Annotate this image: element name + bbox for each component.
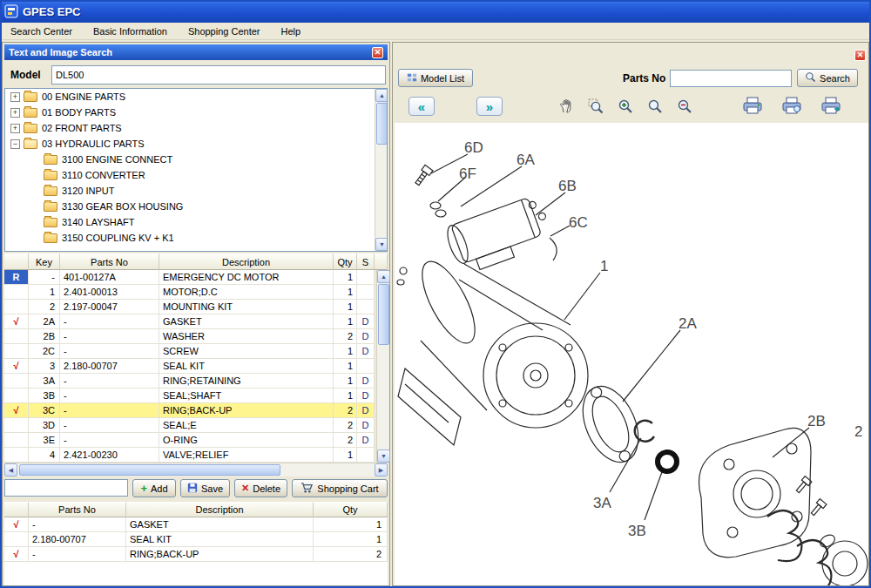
row-check[interactable] bbox=[4, 329, 29, 344]
row-check[interactable]: √ bbox=[4, 517, 29, 532]
table-row[interactable]: 3A - RING;RETAINING 1 D bbox=[4, 374, 375, 389]
parts-entry-input[interactable] bbox=[4, 479, 128, 497]
cell-description: WASHER bbox=[159, 329, 334, 344]
cell-s: D bbox=[357, 403, 375, 418]
tree-item-front-parts[interactable]: + 02 FRONT PARTS bbox=[5, 120, 387, 136]
diagram-canvas[interactable]: 6D 6F 6A 6B 6C 1 2A 2B 2 3A 3B bbox=[395, 123, 868, 585]
scroll-down-icon[interactable]: ▼ bbox=[375, 238, 388, 251]
pan-hand-icon[interactable] bbox=[556, 96, 577, 117]
cell-s: D bbox=[357, 389, 375, 403]
menu-item-basic-information[interactable]: Basic Information bbox=[83, 24, 178, 38]
row-check[interactable] bbox=[4, 389, 29, 403]
cart-col-parts-no[interactable]: Parts No bbox=[29, 502, 126, 517]
table-row[interactable]: 4 2.421-00230 VALVE;RELIEF 1 bbox=[4, 448, 375, 463]
cell-qty: 1 bbox=[334, 374, 357, 389]
parts-table-header: Key Parts No Description Qty S bbox=[4, 253, 388, 270]
row-check[interactable] bbox=[4, 300, 29, 314]
row-status[interactable]: R bbox=[4, 270, 29, 285]
close-icon[interactable]: ✕ bbox=[372, 47, 383, 58]
parts-no-input[interactable] bbox=[670, 70, 792, 87]
row-check[interactable] bbox=[4, 448, 29, 463]
scrollbar-thumb[interactable] bbox=[378, 284, 389, 345]
tree-item-body-parts[interactable]: + 01 BODY PARTS bbox=[5, 105, 387, 120]
prev-page-button[interactable]: « bbox=[408, 97, 435, 116]
model-list-button[interactable]: Model List bbox=[398, 69, 473, 87]
row-check[interactable]: √ bbox=[4, 314, 29, 329]
menu-item-search-center[interactable]: Search Center bbox=[0, 24, 83, 38]
tree-item-3120[interactable]: 3120 INPUT bbox=[5, 183, 387, 199]
col-key[interactable]: Key bbox=[29, 253, 60, 270]
scroll-left-icon[interactable]: ◀ bbox=[4, 463, 17, 476]
table-row[interactable]: 3B - SEAL;SHAFT 1 D bbox=[4, 389, 375, 403]
menu-item-shopping-center[interactable]: Shopping Center bbox=[178, 24, 271, 38]
cart-row[interactable]: √ - RING;BACK-UP 2 bbox=[4, 547, 388, 562]
row-check[interactable] bbox=[4, 374, 29, 389]
expand-icon[interactable]: + bbox=[10, 92, 20, 102]
tree-item-3150[interactable]: 3150 COUPLING KV + K1 bbox=[5, 230, 387, 246]
add-button[interactable]: + Add bbox=[132, 479, 176, 497]
delete-button[interactable]: ✕ Delete bbox=[234, 479, 287, 497]
scroll-up-icon[interactable]: ▲ bbox=[375, 89, 388, 102]
scroll-up-icon[interactable]: ▲ bbox=[377, 270, 390, 283]
zoom-reset-icon[interactable] bbox=[645, 96, 665, 117]
table-hscrollbar[interactable]: ◀ ▶ bbox=[4, 463, 388, 476]
table-row[interactable]: √ 3 2.180-00707 SEAL KIT 1 bbox=[4, 359, 375, 374]
row-check[interactable] bbox=[4, 532, 29, 547]
col-description[interactable]: Description bbox=[159, 253, 334, 270]
tree-item-label: 3100 ENGINE CONNECT bbox=[62, 154, 172, 165]
col-s[interactable]: S bbox=[357, 253, 375, 270]
row-check[interactable]: √ bbox=[4, 403, 29, 418]
col-parts-no[interactable]: Parts No bbox=[60, 253, 159, 270]
table-row[interactable]: 3E - O-RING 2 D bbox=[4, 433, 375, 448]
next-page-button[interactable]: » bbox=[476, 97, 503, 116]
save-button[interactable]: Save bbox=[180, 479, 230, 497]
collapse-icon[interactable]: − bbox=[10, 139, 20, 149]
col-check[interactable] bbox=[4, 253, 29, 270]
cart-col-description[interactable]: Description bbox=[126, 502, 314, 517]
cell-parts-no: - bbox=[29, 547, 126, 562]
cart-col-qty[interactable]: Qty bbox=[314, 502, 388, 517]
tree-item-3130[interactable]: 3130 GEAR BOX HOUSING bbox=[5, 199, 387, 214]
print-export-icon[interactable] bbox=[816, 94, 846, 117]
row-check[interactable] bbox=[4, 433, 29, 448]
tree-item-hydraulic-parts[interactable]: − 03 HYDRAULIC PARTS bbox=[5, 136, 387, 152]
tree-item-3110[interactable]: 3110 CONVERTER bbox=[5, 167, 387, 183]
table-row[interactable]: 3D - SEAL;E 2 D bbox=[4, 418, 375, 433]
table-scrollbar[interactable]: ▲ ▼ bbox=[376, 270, 389, 463]
shopping-cart-button[interactable]: Shopping Cart bbox=[292, 479, 388, 497]
scroll-down-icon[interactable]: ▼ bbox=[377, 449, 390, 463]
zoom-area-icon[interactable] bbox=[585, 96, 606, 117]
scrollbar-thumb[interactable] bbox=[376, 103, 388, 145]
row-check[interactable] bbox=[4, 285, 29, 300]
tree-item-3100[interactable]: 3100 ENGINE CONNECT bbox=[5, 152, 387, 167]
col-qty[interactable]: Qty bbox=[334, 253, 357, 270]
tree-item-engine-parts[interactable]: + 00 ENGINE PARTS bbox=[5, 89, 387, 105]
print-preview-icon[interactable] bbox=[777, 94, 807, 117]
table-row[interactable]: 1 2.401-00013 MOTOR;D.C 1 bbox=[4, 285, 375, 300]
row-check[interactable] bbox=[4, 344, 29, 359]
table-row[interactable]: 2B - WASHER 2 D bbox=[4, 329, 375, 344]
row-check[interactable]: √ bbox=[4, 547, 29, 562]
scroll-right-icon[interactable]: ▶ bbox=[375, 463, 388, 476]
expand-icon[interactable]: + bbox=[10, 108, 20, 118]
zoom-in-icon[interactable] bbox=[615, 96, 636, 117]
table-row[interactable]: √ 2A - GASKET 1 D bbox=[4, 314, 375, 329]
print-icon[interactable] bbox=[738, 94, 767, 117]
table-row[interactable]: 2C - SCREW 1 D bbox=[4, 344, 375, 359]
expand-icon[interactable]: + bbox=[10, 124, 20, 133]
tree-item-3140[interactable]: 3140 LAYSHAFT bbox=[5, 214, 387, 230]
table-row-selected[interactable]: √ 3C - RING;BACK-UP 2 D bbox=[4, 403, 375, 418]
zoom-out-icon[interactable] bbox=[674, 96, 695, 117]
cart-row[interactable]: 2.180-00707 SEAL KIT 1 bbox=[4, 532, 388, 547]
model-input[interactable] bbox=[51, 65, 386, 84]
table-row[interactable]: R - 401-00127A EMERGENCY DC MOTOR 1 bbox=[4, 270, 375, 285]
row-check[interactable] bbox=[4, 418, 29, 433]
table-row[interactable]: 2 2.197-00047 MOUNTING KIT 1 bbox=[4, 300, 375, 314]
cart-row[interactable]: √ - GASKET 1 bbox=[4, 517, 388, 532]
menu-item-help[interactable]: Help bbox=[270, 24, 311, 38]
row-check[interactable]: √ bbox=[4, 359, 29, 374]
scrollbar-thumb[interactable] bbox=[19, 464, 280, 476]
close-icon[interactable]: ✕ bbox=[854, 50, 866, 61]
tree-scrollbar[interactable]: ▲ ▼ bbox=[375, 89, 388, 251]
search-button[interactable]: Search bbox=[797, 69, 858, 87]
